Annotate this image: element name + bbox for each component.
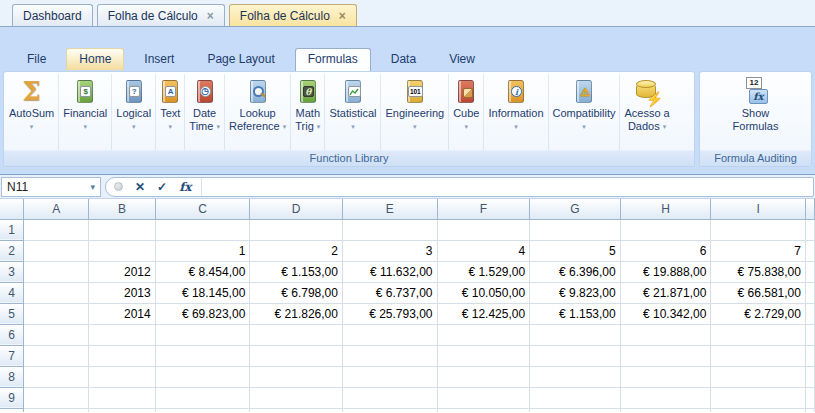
- cell-G1[interactable]: [530, 219, 621, 240]
- cell-B5[interactable]: 2014: [89, 303, 155, 324]
- formula-options-dot-icon[interactable]: [114, 182, 123, 191]
- cell-D9[interactable]: [250, 387, 343, 408]
- cell-F9[interactable]: [437, 387, 530, 408]
- cell-I4[interactable]: € 66.581,00: [711, 282, 806, 303]
- cell-B2[interactable]: [89, 240, 155, 261]
- cell-I3[interactable]: € 75.838,00: [711, 261, 806, 282]
- cell-C5[interactable]: € 69.823,00: [155, 303, 250, 324]
- cell-D8[interactable]: [250, 366, 343, 387]
- cell-I9[interactable]: [711, 387, 806, 408]
- ribbon-button-show-formulas[interactable]: 12fxShowFormulas: [729, 74, 783, 150]
- cell-F5[interactable]: € 12.425,00: [437, 303, 530, 324]
- cell-E7[interactable]: [342, 345, 437, 366]
- select-all-corner[interactable]: [0, 199, 24, 219]
- cell-G8[interactable]: [530, 366, 621, 387]
- cell-A2[interactable]: [24, 240, 89, 261]
- ribbon-button-lookup-reference[interactable]: LookupReference ▾: [225, 74, 291, 150]
- ribbon-tab-file[interactable]: File: [14, 48, 59, 70]
- ribbon-button-engineering[interactable]: 101Engineering▾: [381, 74, 449, 150]
- formula-input[interactable]: [202, 178, 813, 196]
- cell-G5[interactable]: € 1.153,00: [530, 303, 621, 324]
- cell-B7[interactable]: [89, 345, 155, 366]
- ribbon-tab-view[interactable]: View: [436, 48, 488, 70]
- cell-I6[interactable]: [711, 324, 806, 345]
- cell-C4[interactable]: € 18.145,00: [155, 282, 250, 303]
- sheet-tab-2[interactable]: Folha de Cálculo×: [229, 4, 357, 26]
- col-header-B[interactable]: B: [89, 199, 155, 219]
- cell-A6[interactable]: [24, 324, 89, 345]
- cell-D2[interactable]: 2: [250, 240, 343, 261]
- cell-A10[interactable]: [24, 408, 89, 412]
- ribbon-tab-formulas[interactable]: Formulas: [295, 48, 371, 71]
- cell-G4[interactable]: € 9.823,00: [530, 282, 621, 303]
- cell-E5[interactable]: € 25.793,00: [342, 303, 437, 324]
- ribbon-button-date-time[interactable]: ◷DateTime ▾: [185, 74, 225, 150]
- row-header-9[interactable]: 9: [0, 387, 24, 408]
- cell-G6[interactable]: [530, 324, 621, 345]
- cell-D4[interactable]: € 6.798,00: [250, 282, 343, 303]
- cell-C9[interactable]: [155, 387, 250, 408]
- ribbon-button-autosum[interactable]: ΣAutoSum▾: [5, 74, 59, 150]
- cell-H9[interactable]: [620, 387, 711, 408]
- cell-F3[interactable]: € 1.529,00: [437, 261, 530, 282]
- col-header-I[interactable]: I: [711, 199, 806, 219]
- cell-D6[interactable]: [250, 324, 343, 345]
- cell-H7[interactable]: [620, 345, 711, 366]
- cell-A8[interactable]: [24, 366, 89, 387]
- cell-I7[interactable]: [711, 345, 806, 366]
- cell-B6[interactable]: [89, 324, 155, 345]
- col-header-H[interactable]: H: [620, 199, 711, 219]
- cell-I1[interactable]: [711, 219, 806, 240]
- cell-A5[interactable]: [24, 303, 89, 324]
- row-header-8[interactable]: 8: [0, 366, 24, 387]
- cell-F4[interactable]: € 10.050,00: [437, 282, 530, 303]
- row-header-10[interactable]: 10: [0, 408, 24, 412]
- cell-A1[interactable]: [24, 219, 89, 240]
- row-header-5[interactable]: 5: [0, 303, 24, 324]
- cell-H3[interactable]: € 19.888,00: [620, 261, 711, 282]
- cell-G9[interactable]: [530, 387, 621, 408]
- ribbon-button-cube[interactable]: Cube▾: [449, 74, 484, 150]
- ribbon-tab-page-layout[interactable]: Page Layout: [194, 48, 287, 70]
- sheet-tab-1[interactable]: Folha de Cálculo×: [97, 4, 225, 26]
- cell-C3[interactable]: € 8.454,00: [155, 261, 250, 282]
- ribbon-button-compatibility[interactable]: ⚠Compatibility▾: [549, 74, 621, 150]
- row-header-6[interactable]: 6: [0, 324, 24, 345]
- ribbon-button-text[interactable]: AText▾: [156, 74, 185, 150]
- close-icon[interactable]: ×: [339, 6, 346, 26]
- ribbon-button-logical[interactable]: ?Logical▾: [112, 74, 156, 150]
- cell-I8[interactable]: [711, 366, 806, 387]
- cell-D5[interactable]: € 21.826,00: [250, 303, 343, 324]
- cell-E4[interactable]: € 6.737,00: [342, 282, 437, 303]
- cell-E10[interactable]: [342, 408, 437, 412]
- row-header-4[interactable]: 4: [0, 282, 24, 303]
- cell-I5[interactable]: € 2.729,00: [711, 303, 806, 324]
- cell-F8[interactable]: [437, 366, 530, 387]
- ribbon-tab-home[interactable]: Home: [66, 48, 124, 70]
- sheet-tab-0[interactable]: Dashboard: [12, 4, 93, 26]
- cell-H1[interactable]: [620, 219, 711, 240]
- col-header-D[interactable]: D: [250, 199, 343, 219]
- ribbon-tab-data[interactable]: Data: [378, 48, 429, 70]
- cell-G10[interactable]: [530, 408, 621, 412]
- cell-C1[interactable]: [155, 219, 250, 240]
- cell-F6[interactable]: [437, 324, 530, 345]
- ribbon-button-math-trig[interactable]: θMathTrig ▾: [291, 74, 325, 150]
- cell-H6[interactable]: [620, 324, 711, 345]
- row-header-7[interactable]: 7: [0, 345, 24, 366]
- cancel-icon[interactable]: ✕: [135, 180, 145, 194]
- cell-D3[interactable]: € 1.153,00: [250, 261, 343, 282]
- cell-E1[interactable]: [342, 219, 437, 240]
- cell-D7[interactable]: [250, 345, 343, 366]
- insert-function-icon[interactable]: fx: [179, 180, 191, 194]
- cell-E6[interactable]: [342, 324, 437, 345]
- cell-A4[interactable]: [24, 282, 89, 303]
- cell-I2[interactable]: 7: [711, 240, 806, 261]
- cell-E3[interactable]: € 11.632,00: [342, 261, 437, 282]
- cell-A9[interactable]: [24, 387, 89, 408]
- cell-G3[interactable]: € 6.396,00: [530, 261, 621, 282]
- cell-G2[interactable]: 5: [530, 240, 621, 261]
- cell-G7[interactable]: [530, 345, 621, 366]
- col-header-C[interactable]: C: [155, 199, 250, 219]
- chevron-down-icon[interactable]: ▾: [90, 182, 95, 192]
